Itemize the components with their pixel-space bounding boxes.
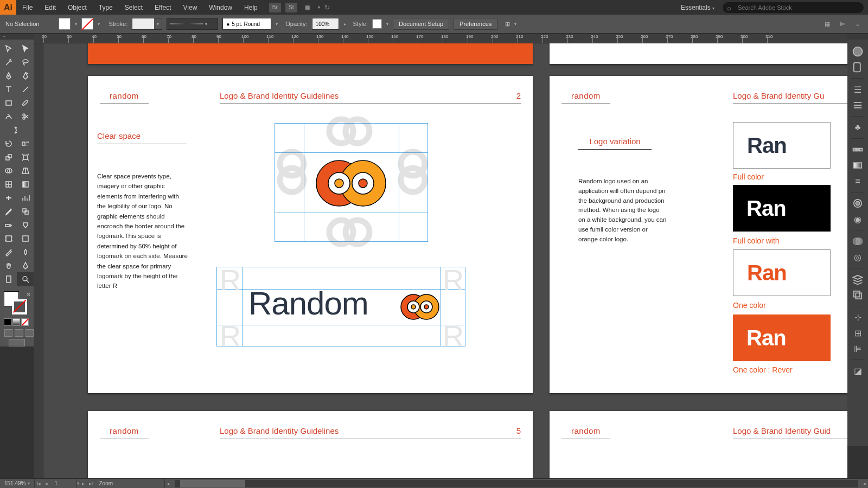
stroke-color[interactable] (12, 299, 27, 314)
align-panel-icon[interactable]: ⊫ (851, 342, 864, 355)
zoom-level[interactable]: 151.49% ▾ (0, 479, 35, 488)
stock-search[interactable] (723, 2, 864, 13)
next-artboard-icon[interactable]: ▸ (79, 481, 87, 486)
gradient-tool[interactable] (17, 177, 34, 191)
align-dropdown-icon[interactable]: ▾ (514, 22, 516, 27)
lasso-tool[interactable] (17, 55, 34, 69)
swatches-panel-icon[interactable] (851, 61, 864, 74)
last-artboard-icon[interactable]: ▸I (87, 481, 94, 486)
color-mode-gradient[interactable] (12, 318, 20, 326)
opacity-input[interactable]: 100% (312, 18, 339, 30)
artboard-page-6[interactable]: random Logo & Brand Identity Guid (550, 411, 847, 478)
symbol-sprayer-tool[interactable] (0, 218, 17, 232)
brushes-panel-icon[interactable] (851, 99, 864, 112)
stroke-weight-input[interactable]: ▾ (132, 18, 162, 30)
artboard-header-strip[interactable] (88, 43, 533, 64)
transparency-panel-icon[interactable] (851, 235, 864, 248)
options-icon[interactable]: ≡ (853, 19, 863, 29)
align-rows-icon[interactable]: ≡ (851, 175, 864, 188)
transform-panel-icon[interactable]: ▦ (822, 19, 832, 29)
asset-export-icon[interactable] (851, 288, 864, 301)
perspective-tool[interactable] (17, 164, 34, 177)
style-swatch[interactable] (372, 19, 382, 29)
scroll-right-icon[interactable]: ◂ (860, 481, 868, 486)
menu-type[interactable]: Type (93, 4, 119, 11)
menu-object[interactable]: Object (62, 4, 93, 11)
opacity-expand-icon[interactable]: ▾ (342, 23, 347, 25)
color-mode-none[interactable] (21, 318, 29, 326)
menu-select[interactable]: Select (119, 4, 149, 11)
stroke-swatch[interactable] (81, 18, 93, 30)
scale-tool[interactable] (0, 150, 17, 164)
hand-tool[interactable] (0, 259, 17, 272)
menu-effect[interactable]: Effect (149, 4, 177, 11)
menu-file[interactable]: File (16, 4, 39, 11)
zoom-tool[interactable] (17, 272, 34, 286)
color-themes-icon[interactable]: ◉ (851, 213, 864, 226)
mesh-tool[interactable] (0, 177, 17, 191)
menu-view[interactable]: View (177, 4, 203, 11)
paintbrush-tool[interactable] (17, 96, 34, 110)
pathfinder-icon[interactable]: ◪ (851, 364, 864, 377)
artboard-tool[interactable] (0, 232, 17, 245)
pen-tool[interactable] (0, 69, 17, 82)
canvas[interactable]: random Logo & Brand Identity Guidelines … (43, 43, 847, 478)
blend-tool[interactable] (17, 204, 34, 218)
stroke-dropdown-icon[interactable]: ▾ (98, 22, 100, 27)
brush-definition[interactable]: ● 5 pt. Round (222, 18, 271, 30)
horizontal-scrollbar[interactable] (175, 480, 858, 487)
document-setup-button[interactable]: Document Setup (393, 18, 449, 30)
first-artboard-icon[interactable]: I◂ (35, 481, 42, 486)
color-guide-icon[interactable] (851, 143, 864, 156)
symbols-panel-icon[interactable]: ♣ (851, 121, 864, 134)
page-tool[interactable] (0, 272, 17, 286)
color-panel-icon[interactable] (851, 45, 864, 58)
rectangle-tool[interactable] (0, 96, 17, 110)
swap-fill-stroke-icon[interactable]: ⤭ (26, 291, 30, 297)
transform-panel-icon[interactable]: ⊹ (851, 311, 864, 324)
shaper-tool[interactable] (0, 110, 17, 123)
artboard-right-top-white[interactable] (550, 43, 847, 64)
stock-icon[interactable]: St (285, 3, 297, 12)
eraser-tool[interactable] (0, 123, 34, 137)
rotate-tool[interactable] (0, 137, 17, 150)
menu-help[interactable]: Help (238, 4, 264, 11)
new-pen-tool[interactable] (17, 259, 34, 272)
reflect-tool[interactable] (17, 137, 34, 150)
vertical-ruler[interactable] (34, 43, 43, 478)
color-mode-solid[interactable] (4, 318, 11, 326)
workspace-switcher[interactable]: Essentials ▾ (681, 4, 714, 11)
horizontal-ruler[interactable]: 2030405060708090100110120130140150160170… (34, 34, 847, 43)
type-tool[interactable] (0, 82, 17, 96)
scissors-tool[interactable] (17, 110, 34, 123)
measure-tool[interactable] (17, 232, 34, 245)
width-tool[interactable] (0, 191, 17, 204)
shape-builder-tool[interactable] (0, 164, 17, 177)
draw-inside-icon[interactable] (25, 329, 34, 337)
slice-tool[interactable] (0, 245, 17, 259)
selection-tool[interactable] (0, 42, 17, 55)
cc-libraries-icon[interactable] (851, 197, 864, 210)
preferences-button[interactable]: Preferences (454, 18, 497, 30)
artboard-page-5[interactable]: random Logo & Brand Identity Guidelines … (88, 411, 533, 478)
align-panel-icon[interactable]: ⊫ (838, 19, 847, 29)
artboard-page-2[interactable]: random Logo & Brand Identity Guidelines … (88, 76, 533, 393)
fill-swatch[interactable] (59, 18, 71, 30)
stock-search-input[interactable] (738, 4, 857, 11)
sync-icon[interactable]: ↻ (324, 4, 330, 11)
gradient-panel-icon[interactable] (851, 159, 864, 172)
fill-stroke-control[interactable]: ⤭ (0, 290, 34, 317)
menu-edit[interactable]: Edit (39, 4, 62, 11)
pixel-grid-icon[interactable]: ⊞ (851, 326, 864, 339)
style-dropdown-icon[interactable]: ▾ (386, 22, 388, 27)
scroll-left-icon[interactable]: ▸ (165, 481, 173, 486)
live-paint-tool[interactable] (17, 218, 34, 232)
line-tool[interactable] (17, 82, 34, 96)
direct-selection-tool[interactable] (17, 42, 34, 55)
arrange-chevron-icon[interactable]: ▾ (318, 5, 320, 10)
free-transform-tool[interactable] (17, 150, 34, 164)
bridge-icon[interactable]: Br (269, 3, 281, 12)
draw-normal-icon[interactable] (4, 329, 12, 337)
stroke-panel-icon[interactable]: ☰ (851, 83, 864, 96)
fill-dropdown-icon[interactable]: ▾ (75, 22, 77, 27)
